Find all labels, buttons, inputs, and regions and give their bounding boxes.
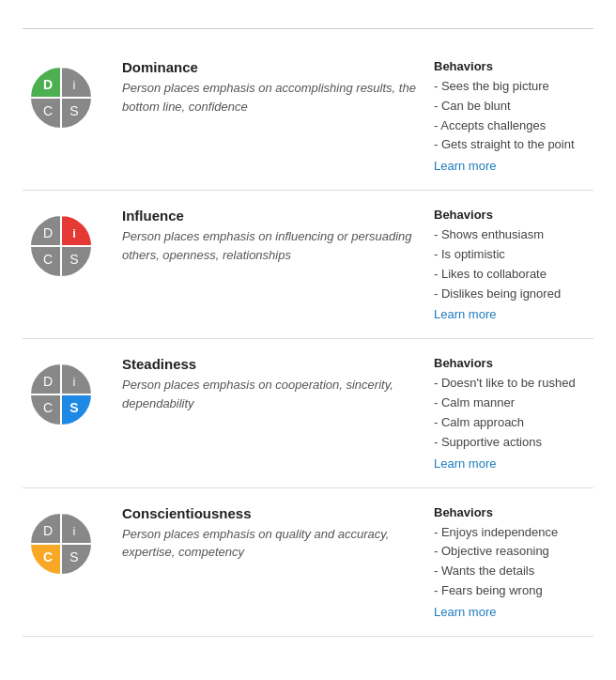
disc-info-dominance: Dominance Person places emphasis on acco…	[122, 59, 434, 116]
disc-icon-conscientiousness: DiCS	[23, 505, 107, 585]
disc-info-influence: Influence Person places emphasis on infl…	[122, 208, 434, 264]
behaviors-title-influence: Behaviors	[434, 208, 593, 222]
svg-text:S: S	[69, 400, 78, 415]
disc-name-dominance: Dominance	[122, 59, 424, 75]
behavior-item: - Calm manner	[434, 394, 593, 413]
behaviors-title-dominance: Behaviors	[434, 59, 593, 73]
behaviors-list-dominance: - Sees the big picture- Can be blunt- Ac…	[434, 77, 593, 155]
behavior-item: - Sees the big picture	[434, 77, 593, 97]
behavior-item: - Accepts challenges	[434, 116, 593, 136]
disc-name-conscientiousness: Conscientiousness	[122, 505, 424, 521]
svg-text:S: S	[69, 103, 78, 118]
disc-icon-steadiness: DiCS	[23, 356, 107, 436]
disc-description-dominance: Person places emphasis on accomplishing …	[122, 79, 424, 116]
learn-more-link-influence[interactable]: Learn more	[434, 307, 496, 321]
behavior-item: - Calm approach	[434, 413, 593, 433]
disc-behaviors-influence: Behaviors - Shows enthusiasm- Is optimis…	[434, 208, 593, 321]
disc-description-influence: Person places emphasis on influencing or…	[122, 227, 424, 264]
svg-text:i: i	[73, 524, 76, 538]
disc-info-steadiness: Steadiness Person places emphasis on coo…	[122, 356, 434, 412]
disc-name-influence: Influence	[122, 208, 424, 224]
learn-more-link-conscientiousness[interactable]: Learn more	[434, 605, 496, 619]
behavior-item: - Enjoys independence	[434, 523, 593, 543]
svg-text:S: S	[69, 252, 78, 267]
disc-behaviors-steadiness: Behaviors - Doesn't like to be rushed- C…	[434, 356, 593, 470]
behaviors-title-steadiness: Behaviors	[434, 356, 593, 370]
behavior-item: - Fears being wrong	[434, 581, 593, 601]
disc-row-conscientiousness: DiCS Conscientiousness Person places emp…	[23, 488, 593, 637]
behaviors-list-conscientiousness: - Enjoys independence- Objective reasoni…	[434, 523, 593, 601]
svg-text:i: i	[73, 375, 76, 389]
svg-text:D: D	[43, 523, 53, 538]
svg-text:D: D	[43, 225, 53, 240]
disc-row-influence: DiCS Influence Person places emphasis on…	[23, 191, 593, 339]
svg-text:D: D	[43, 77, 53, 92]
disc-icon-dominance: DiCS	[23, 59, 107, 139]
behaviors-list-steadiness: - Doesn't like to be rushed- Calm manner…	[434, 374, 593, 452]
svg-text:C: C	[43, 549, 53, 564]
behavior-item: - Can be blunt	[434, 97, 593, 116]
disc-behaviors-dominance: Behaviors - Sees the big picture- Can be…	[434, 59, 593, 173]
behavior-item: - Objective reasoning	[434, 542, 593, 562]
learn-more-link-dominance[interactable]: Learn more	[434, 159, 496, 173]
behavior-item: - Wants the details	[434, 562, 593, 581]
behavior-item: - Supportive actions	[434, 433, 593, 453]
behavior-item: - Doesn't like to be rushed	[434, 374, 593, 394]
disc-row-steadiness: DiCS Steadiness Person places emphasis o…	[23, 339, 593, 487]
svg-text:i: i	[72, 226, 76, 240]
svg-text:D: D	[43, 374, 53, 389]
disc-description-conscientiousness: Person places emphasis on quality and ac…	[122, 525, 424, 562]
disc-row-dominance: DiCS Dominance Person places emphasis on…	[23, 42, 593, 191]
behavior-item: - Likes to collaborate	[434, 265, 593, 285]
behaviors-list-influence: - Shows enthusiasm- Is optimistic- Likes…	[434, 225, 593, 303]
svg-text:C: C	[43, 103, 53, 118]
behaviors-title-conscientiousness: Behaviors	[434, 505, 593, 519]
behavior-item: - Dislikes being ignored	[434, 285, 593, 304]
behavior-item: - Gets straight to the point	[434, 135, 593, 155]
disc-description-steadiness: Person places emphasis on cooperation, s…	[122, 376, 424, 412]
page-title	[23, 19, 593, 29]
behavior-item: - Shows enthusiasm	[434, 225, 593, 245]
disc-icon-influence: DiCS	[23, 208, 107, 287]
disc-name-steadiness: Steadiness	[122, 356, 424, 372]
learn-more-link-steadiness[interactable]: Learn more	[434, 456, 496, 471]
svg-text:i: i	[73, 78, 76, 92]
disc-behaviors-conscientiousness: Behaviors - Enjoys independence- Objecti…	[434, 505, 593, 619]
svg-text:C: C	[43, 400, 53, 415]
svg-text:S: S	[69, 549, 78, 564]
behavior-item: - Is optimistic	[434, 245, 593, 265]
svg-text:C: C	[43, 252, 53, 267]
disc-info-conscientiousness: Conscientiousness Person places emphasis…	[122, 505, 434, 562]
